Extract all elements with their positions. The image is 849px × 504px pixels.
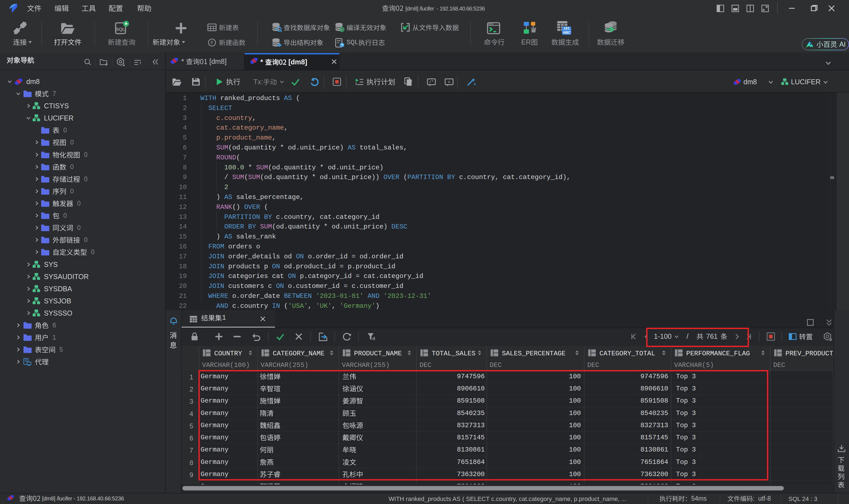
svg-text:ABC: ABC (563, 30, 571, 35)
svg-text:101: 101 (563, 26, 570, 30)
svg-text:SQL: SQL (116, 27, 125, 32)
svg-text:F: F (211, 40, 213, 45)
svg-text:x: x (448, 80, 450, 84)
svg-text:/*: /* (429, 80, 434, 84)
